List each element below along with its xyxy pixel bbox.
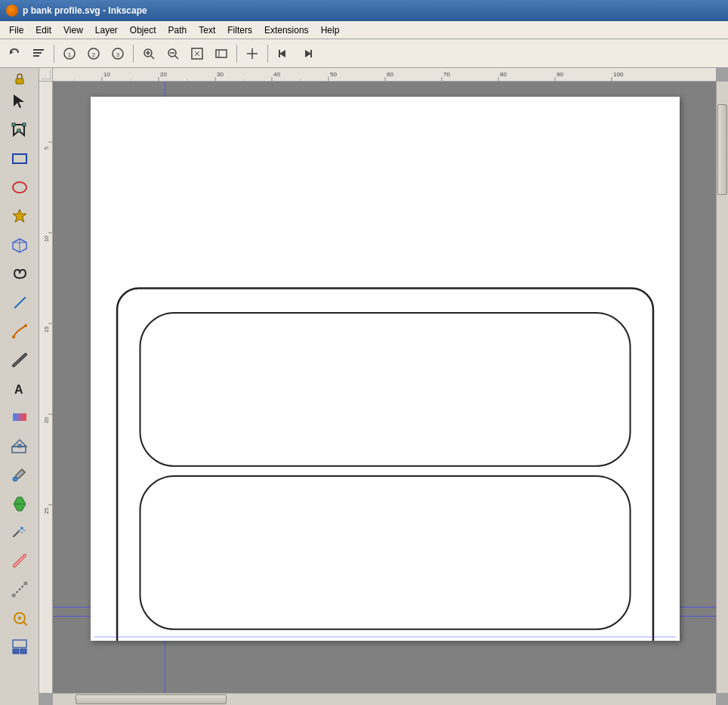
svg-rect-44 xyxy=(13,413,26,421)
gradient-tool[interactable] xyxy=(6,404,33,431)
svg-text:60: 60 xyxy=(387,71,393,78)
svg-point-42 xyxy=(24,324,27,327)
svg-rect-33 xyxy=(17,129,20,132)
toolbar: 1 2 3 xyxy=(0,39,728,68)
svg-text:50: 50 xyxy=(330,71,337,78)
zoom-out-button[interactable] xyxy=(162,42,184,65)
svg-text:20: 20 xyxy=(160,71,167,78)
ruler-corner xyxy=(39,68,53,82)
resize-handles-button[interactable] xyxy=(241,42,264,65)
svg-line-15 xyxy=(175,56,178,59)
svg-rect-34 xyxy=(13,154,26,163)
svg-point-48 xyxy=(13,477,17,481)
svg-text:3: 3 xyxy=(116,51,120,58)
svg-point-53 xyxy=(11,594,15,598)
3d-box-tool[interactable] xyxy=(6,231,33,258)
zoom-canvas-tool[interactable] xyxy=(6,605,33,632)
svg-rect-59 xyxy=(20,649,26,654)
svg-marker-0 xyxy=(10,51,14,54)
toolbar-sep-3 xyxy=(236,45,237,63)
menu-bar: File Edit View Layer Object Path Text Fi… xyxy=(0,21,728,39)
calligraphy-tool[interactable] xyxy=(6,346,33,373)
scrollbar-horizontal-thumb[interactable] xyxy=(76,694,227,704)
dropper-tool[interactable] xyxy=(6,461,33,488)
svg-rect-60 xyxy=(13,640,26,648)
rect-tool[interactable] xyxy=(6,145,33,172)
svg-point-41 xyxy=(12,335,15,339)
ruler-top: 10 20 30 40 50 60 70 80 90 xyxy=(53,68,716,82)
node-edit-tool[interactable] xyxy=(6,432,33,459)
scrollbar-bottom[interactable] xyxy=(53,693,716,705)
canvas-area[interactable]: 10 20 30 40 50 60 70 80 90 xyxy=(39,68,728,705)
svg-text:15: 15 xyxy=(44,326,49,332)
scrollbar-vertical-thumb[interactable] xyxy=(717,104,727,195)
main-layout: A xyxy=(0,68,728,705)
zoom-drawing-button[interactable]: 2 xyxy=(82,42,105,65)
next-page-button[interactable] xyxy=(296,42,319,65)
toolbar-sep-1 xyxy=(54,45,54,63)
svg-rect-3 xyxy=(33,55,39,57)
zoom-prev-button[interactable] xyxy=(210,42,233,65)
svg-text:30: 30 xyxy=(217,71,224,78)
svg-point-50 xyxy=(19,530,20,531)
lock-icon xyxy=(6,71,33,86)
zoom-page-button[interactable]: 3 xyxy=(106,42,129,65)
symbol-tool[interactable] xyxy=(6,633,33,660)
zoom-fit-button[interactable] xyxy=(186,42,208,65)
menu-layer[interactable]: Layer xyxy=(89,23,124,37)
menu-help[interactable]: Help xyxy=(315,23,346,37)
node-tool[interactable] xyxy=(6,116,33,144)
svg-rect-31 xyxy=(12,123,15,126)
svg-rect-28 xyxy=(16,79,23,84)
svg-point-54 xyxy=(23,582,27,586)
canvas-white[interactable] xyxy=(53,82,716,693)
pen-tool[interactable] xyxy=(6,317,33,345)
window-title: p bank profile.svg - Inkscape xyxy=(23,5,147,16)
svg-point-35 xyxy=(13,182,26,193)
circle-tool[interactable] xyxy=(6,174,33,201)
prev-page-button[interactable] xyxy=(272,42,295,65)
svg-marker-24 xyxy=(279,50,285,57)
app-icon xyxy=(6,5,18,17)
left-toolbar: A xyxy=(0,68,39,705)
svg-line-11 xyxy=(151,56,154,59)
paint-bucket-tool[interactable] xyxy=(6,490,33,517)
menu-filters[interactable]: Filters xyxy=(221,23,258,37)
menu-view[interactable]: View xyxy=(57,23,89,37)
svg-point-49 xyxy=(20,527,23,530)
svg-point-51 xyxy=(23,530,25,531)
undo-button[interactable] xyxy=(3,42,26,65)
svg-marker-36 xyxy=(13,209,26,222)
svg-text:10: 10 xyxy=(44,236,49,242)
connector-tool[interactable] xyxy=(6,576,33,603)
star-tool[interactable] xyxy=(6,203,33,230)
menu-object[interactable]: Object xyxy=(124,23,162,37)
title-bar: p bank profile.svg - Inkscape xyxy=(0,0,728,21)
svg-text:90: 90 xyxy=(557,71,563,78)
svg-drawing xyxy=(91,97,680,641)
text-tool[interactable]: A xyxy=(6,375,33,402)
svg-text:5: 5 xyxy=(44,147,49,150)
scrollbar-right[interactable] xyxy=(716,82,728,693)
svg-text:20: 20 xyxy=(44,417,49,423)
spiral-tool[interactable] xyxy=(6,260,33,287)
eraser-tool[interactable] xyxy=(6,547,33,574)
zoom-1-button[interactable]: 1 xyxy=(58,42,81,65)
svg-rect-98 xyxy=(117,289,653,641)
svg-text:25: 25 xyxy=(44,508,49,514)
svg-rect-2 xyxy=(33,52,42,54)
pencil-tool[interactable] xyxy=(6,289,33,316)
svg-text:A: A xyxy=(14,383,23,396)
select-tool[interactable] xyxy=(6,88,33,115)
svg-text:2: 2 xyxy=(92,51,96,58)
menu-file[interactable]: File xyxy=(3,23,29,37)
zoom-in-button[interactable] xyxy=(137,42,160,65)
menu-edit[interactable]: Edit xyxy=(29,23,57,37)
menu-text[interactable]: Text xyxy=(193,23,221,37)
menu-extensions[interactable]: Extensions xyxy=(258,23,315,37)
svg-rect-47 xyxy=(18,444,21,447)
undo-history-button[interactable] xyxy=(27,42,50,65)
svg-text:100: 100 xyxy=(613,71,624,78)
spray-tool[interactable] xyxy=(6,518,33,546)
menu-path[interactable]: Path xyxy=(162,23,193,37)
